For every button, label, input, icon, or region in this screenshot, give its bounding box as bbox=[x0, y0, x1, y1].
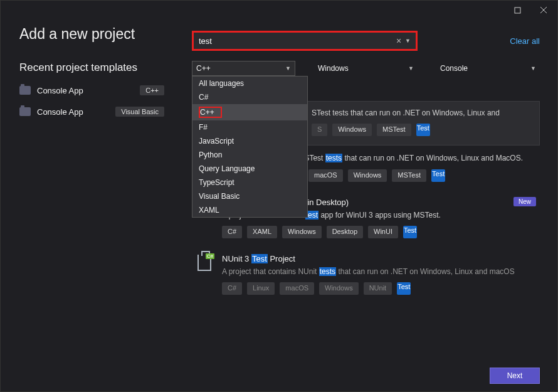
flask-icon: C# bbox=[196, 255, 213, 272]
language-filter-value: C++ bbox=[196, 64, 211, 73]
recent-template-item[interactable]: Console App Visual Basic bbox=[19, 107, 164, 117]
chevron-down-icon: ▼ bbox=[408, 65, 414, 72]
result-tags: C# XAML Windows Desktop WinUI Test bbox=[222, 226, 536, 238]
project-type-filter[interactable]: Console ▼ bbox=[436, 61, 540, 76]
language-option[interactable]: Query Language bbox=[192, 162, 307, 176]
new-badge: New bbox=[513, 197, 536, 206]
recent-template-item[interactable]: Console App C++ bbox=[19, 85, 164, 95]
result-title: NUnit 3 Test Project bbox=[222, 253, 536, 265]
tag: macOS bbox=[308, 169, 343, 182]
tag: Test bbox=[397, 282, 411, 295]
language-option[interactable]: C# bbox=[192, 90, 307, 104]
maximize-button[interactable] bbox=[508, 3, 526, 17]
tag: Linux bbox=[247, 282, 275, 295]
project-icon bbox=[19, 107, 31, 116]
tag: Windows bbox=[348, 169, 387, 182]
tag: Desktop bbox=[327, 226, 363, 238]
language-filter[interactable]: C++ ▼ bbox=[192, 61, 295, 76]
close-button[interactable] bbox=[535, 3, 552, 17]
chevron-down-icon: ▼ bbox=[285, 65, 291, 72]
template-result[interactable]: C# NUnit 3 Test Project A project that c… bbox=[192, 248, 540, 304]
tag: Windows bbox=[332, 124, 372, 136]
language-option[interactable]: JavaScript bbox=[192, 134, 307, 148]
language-option[interactable]: TypeScript bbox=[192, 176, 307, 189]
tag: NUnit bbox=[364, 282, 392, 295]
platform-filter[interactable]: Windows ▼ bbox=[314, 61, 418, 76]
recent-heading: Recent project templates bbox=[19, 61, 164, 74]
tag: Windows bbox=[319, 282, 359, 295]
footer: Next bbox=[1, 360, 557, 391]
tag: macOS bbox=[280, 282, 314, 295]
result-tags: C# Linux macOS Windows NUnit Test bbox=[222, 282, 536, 295]
recent-template-lang: Visual Basic bbox=[115, 107, 164, 117]
search-box: × ▼ bbox=[192, 31, 418, 51]
clear-all-link[interactable]: Clear all bbox=[510, 36, 540, 46]
tag: Test bbox=[403, 226, 417, 238]
recent-template-name: Console App bbox=[37, 107, 83, 117]
language-option[interactable]: F# bbox=[192, 120, 307, 134]
result-description: A project that contains NUnit tests that… bbox=[222, 267, 536, 277]
language-dropdown: All languages C# C++ F# JavaScript Pytho… bbox=[192, 76, 308, 218]
svg-rect-0 bbox=[515, 8, 520, 13]
tag: MSTest bbox=[392, 169, 426, 182]
right-panel: × ▼ Clear all C++ ▼ All languages C# C++… bbox=[177, 19, 557, 360]
recent-template-name: Console App bbox=[37, 86, 83, 95]
chevron-down-icon: ▼ bbox=[530, 65, 536, 72]
next-button[interactable]: Next bbox=[490, 368, 540, 384]
search-input[interactable] bbox=[199, 36, 394, 46]
csharp-badge-icon: C# bbox=[206, 253, 214, 259]
language-option[interactable]: Python bbox=[192, 148, 307, 162]
left-panel: Add a new project Recent project templat… bbox=[1, 19, 177, 360]
page-title: Add a new project bbox=[19, 26, 164, 43]
tag: WinUI bbox=[368, 226, 398, 238]
result-description: STest tests that can run on .NET on Wind… bbox=[312, 108, 535, 119]
clear-search-icon[interactable]: × bbox=[394, 36, 404, 46]
tag: MSTest bbox=[377, 124, 411, 136]
language-option-cpp[interactable]: C++ bbox=[192, 104, 307, 120]
project-icon bbox=[19, 86, 31, 95]
recent-template-lang: C++ bbox=[140, 85, 164, 95]
tag: Test bbox=[431, 169, 445, 182]
tag: S bbox=[312, 124, 327, 136]
result-tags: S Windows MSTest Test bbox=[312, 124, 535, 136]
tag: Windows bbox=[282, 226, 322, 238]
tag: Test bbox=[416, 124, 430, 136]
tag: C# bbox=[222, 226, 242, 238]
tag: XAML bbox=[247, 226, 277, 238]
search-dropdown-icon[interactable]: ▼ bbox=[404, 38, 412, 44]
title-bar bbox=[1, 1, 557, 19]
tag: C# bbox=[222, 282, 242, 295]
platform-filter-value: Windows bbox=[318, 64, 349, 73]
language-option[interactable]: Visual Basic bbox=[192, 189, 307, 203]
language-option[interactable]: All languages bbox=[192, 77, 307, 90]
project-type-filter-value: Console bbox=[440, 64, 468, 73]
language-option[interactable]: XAML bbox=[192, 203, 307, 217]
